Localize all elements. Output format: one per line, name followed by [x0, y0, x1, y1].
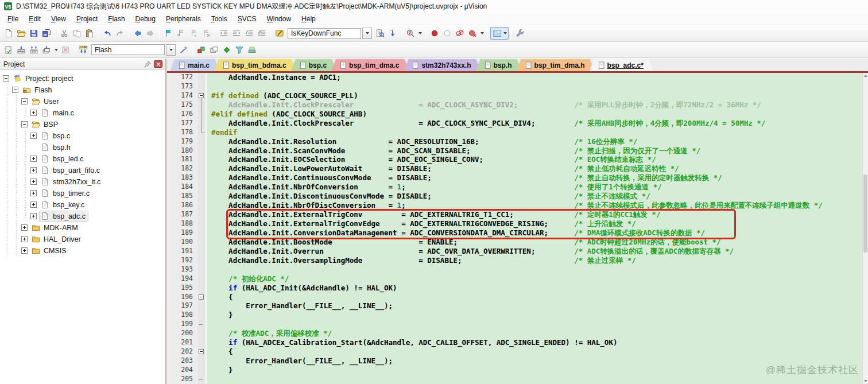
code-line[interactable]: 198 } [167, 311, 862, 320]
code-line[interactable]: 195 if (HAL_ADC_Init(&AdcHandle) != HAL_… [167, 284, 862, 293]
tree-expander[interactable] [21, 98, 28, 104]
scrollbar-track[interactable] [863, 79, 868, 378]
breakpoint-icon[interactable] [428, 27, 441, 40]
tree-item-bsp-timer-c[interactable]: bsp_timer.c [0, 187, 165, 199]
tree-item-label[interactable]: main.c [53, 108, 74, 117]
tree-item-bsp-key-c[interactable]: bsp_key.c [0, 199, 165, 210]
menu-item-peripherals[interactable]: Peripherals [161, 13, 206, 25]
breakpoint-disable-all-icon[interactable] [454, 27, 466, 40]
function-select-dropdown-icon[interactable] [362, 28, 372, 39]
code-line[interactable]: 191 AdcHandle.Init.Overrun = ADC_OVR_DAT… [167, 247, 862, 256]
tree-item-label[interactable]: Project: project [25, 74, 73, 83]
bookmark-prev-icon[interactable] [175, 27, 187, 40]
tab-main-c[interactable]: main.c [170, 59, 219, 71]
save-icon[interactable] [28, 27, 40, 40]
tree-item-label[interactable]: bsp_adc.c [53, 212, 86, 220]
dropdown-caret-icon[interactable] [479, 27, 485, 40]
menu-item-window[interactable]: Window [261, 13, 296, 25]
code-line[interactable]: 197 Error_Handler(__FILE__, __LINE__); [167, 301, 862, 311]
new-file-icon[interactable] [2, 27, 15, 40]
tree-expander[interactable] [30, 167, 37, 173]
tree-item-hal-driver[interactable]: HAL_Driver [0, 233, 165, 245]
tree-item-project-project[interactable]: Project: project [0, 72, 165, 84]
tree-expander[interactable] [21, 236, 28, 242]
tree-expander[interactable] [30, 133, 37, 139]
tree-item-label[interactable]: stm32h7xx_it.c [53, 177, 100, 186]
tree-expander[interactable] [30, 190, 37, 196]
fold-collapse-icon[interactable] [199, 294, 204, 300]
open-folder-icon[interactable] [15, 27, 28, 40]
tree-item-bsp-led-c[interactable]: bsp_led.c [0, 153, 165, 164]
code-line[interactable]: 173 [167, 82, 862, 91]
code-line[interactable]: 189 AdcHandle.Init.ConversionDataManagem… [167, 228, 862, 238]
menu-item-svcs[interactable]: SVCS [232, 13, 262, 25]
code-line[interactable]: 172 AdcHandle.Instance = ADC1; [167, 73, 862, 82]
bookmark-next-icon[interactable] [187, 27, 200, 40]
code-line[interactable]: 175 AdcHandle.Init.ClockPrescaler = ADC_… [167, 100, 862, 110]
pin-icon[interactable] [144, 60, 152, 68]
tab-stm32h743xx-h[interactable]: stm32h743xx.h [404, 59, 480, 71]
nav-forward-icon[interactable] [144, 27, 157, 40]
fold-collapse-icon[interactable] [199, 349, 204, 354]
code-line[interactable]: 179 AdcHandle.Init.Resolution = ADC_RESO… [167, 137, 862, 146]
code-line[interactable]: 200 /* 校准ADC，采用偏移校准 */ [167, 329, 862, 338]
tree-item-label[interactable]: bsp_timer.c [53, 189, 90, 197]
code-line[interactable]: 188 AdcHandle.Init.ExternalTrigConvEdge … [167, 219, 862, 228]
code-line[interactable]: 180 AdcHandle.Init.ScanConvMode = ADC_SC… [167, 146, 862, 156]
fold-margin[interactable] [198, 91, 207, 100]
code-line[interactable]: 187 AdcHandle.Init.ExternalTrigConv = AD… [167, 210, 862, 219]
tree-expander[interactable] [30, 156, 37, 162]
configure-icon[interactable] [514, 27, 526, 40]
code-line[interactable]: 202 { [167, 347, 862, 356]
tree-expander[interactable] [3, 75, 9, 82]
bookmark-toggle-icon[interactable] [162, 27, 175, 40]
breakpoint-kill-all-icon[interactable] [466, 27, 479, 40]
tree-expander[interactable] [30, 201, 37, 208]
code-editor[interactable]: 172 AdcHandle.Instance = ADC1;173174#if … [167, 73, 862, 384]
code-line[interactable]: 182 AdcHandle.Init.LowPowerAutoWait = DI… [167, 164, 862, 173]
project-tree[interactable]: Project: projectFlashUsermain.cBSPbsp.cb… [0, 70, 165, 384]
code-line[interactable]: 203 Error_Handler(__FILE__, __LINE__); [167, 356, 862, 366]
save-all-icon[interactable] [40, 27, 53, 40]
menu-item-file[interactable]: File [2, 13, 24, 25]
code-line[interactable]: 185 AdcHandle.Init.DiscontinuousConvMode… [167, 192, 862, 201]
translate-icon[interactable] [2, 44, 15, 56]
copy-icon[interactable] [71, 27, 83, 40]
code-line[interactable]: 174#if defined (ADC_CLOCK_SOURCE_PLL) [167, 91, 862, 100]
menu-item-tools[interactable]: Tools [206, 13, 232, 25]
uncomment-icon[interactable] [255, 27, 268, 40]
tree-item-bsp-h[interactable]: bsp.h [0, 141, 165, 153]
breakpoint-enable-icon[interactable] [441, 27, 454, 40]
menu-item-debug[interactable]: Debug [130, 13, 161, 25]
code-line[interactable]: 193 [167, 265, 862, 274]
code-line[interactable]: 192 AdcHandle.Init.OversamplingMode = DI… [167, 256, 862, 265]
menu-item-view[interactable]: View [46, 13, 71, 25]
comment-icon[interactable] [243, 27, 255, 40]
tree-expander[interactable] [21, 247, 28, 254]
tree-item-mdk-arm[interactable]: MDK-ARM [0, 222, 165, 233]
tab-bsp-adc-c-[interactable]: bsp_adc.c* [590, 59, 653, 71]
code-line[interactable]: 176#elif defined (ADC_CLOCK_SOURCE_AHB) [167, 110, 862, 119]
menu-item-project[interactable]: Project [71, 13, 103, 25]
target-select-dropdown-icon[interactable] [166, 44, 176, 56]
tree-expander[interactable] [21, 121, 28, 127]
tree-expander[interactable] [30, 110, 37, 116]
menu-item-help[interactable]: Help [296, 13, 321, 25]
tree-item-label[interactable]: BSP [44, 120, 58, 129]
nav-back-icon[interactable] [131, 27, 144, 40]
fold-margin[interactable] [198, 293, 207, 302]
target-select[interactable]: Flash [91, 44, 176, 56]
tree-item-label[interactable]: bsp_uart_fifo.c [53, 166, 100, 174]
window-stack-icon[interactable] [208, 44, 220, 56]
code-line[interactable]: 205 [167, 375, 862, 384]
functions-icon[interactable] [273, 27, 286, 40]
tab-bsp-tim-dma-h[interactable]: bsp_tim_dma.h [517, 59, 595, 71]
scroll-down-icon[interactable] [863, 378, 868, 384]
tree-item-flash[interactable]: Flash [0, 84, 165, 95]
tree-item-label[interactable]: bsp_led.c [53, 154, 84, 163]
tree-item-label[interactable]: User [44, 97, 59, 106]
tree-item-cmsis[interactable]: CMSIS [0, 245, 165, 256]
stop-build-icon[interactable] [59, 44, 72, 56]
tree-item-stm32h7xx-it-c[interactable]: stm32h7xx_it.c [0, 176, 165, 187]
cut-icon[interactable] [58, 27, 71, 40]
